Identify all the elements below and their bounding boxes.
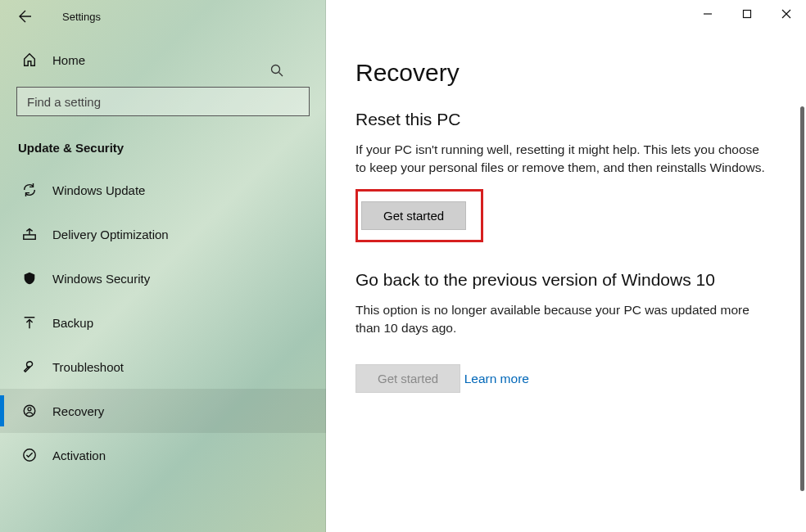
close-button[interactable] <box>767 0 806 28</box>
titlebar: Settings <box>0 0 326 33</box>
content-pane: Recovery Reset this PC If your PC isn't … <box>326 0 806 532</box>
nav-recovery[interactable]: Recovery <box>0 389 326 433</box>
svg-rect-2 <box>24 235 35 239</box>
settings-window: Settings Home Update & Security Windows … <box>0 0 806 532</box>
nav-label: Activation <box>52 449 106 462</box>
delivery-icon <box>18 227 41 241</box>
nav-label: Delivery Optimization <box>52 228 169 241</box>
scrollbar[interactable] <box>800 106 804 491</box>
goback-get-started-button: Get started <box>355 364 460 393</box>
shield-icon <box>18 271 41 286</box>
close-icon <box>781 9 791 19</box>
search-container <box>16 87 310 116</box>
activation-icon <box>18 448 41 462</box>
learn-more-link[interactable]: Learn more <box>464 372 529 386</box>
back-arrow-icon <box>19 10 32 23</box>
svg-point-4 <box>28 408 31 411</box>
svg-rect-7 <box>744 11 751 18</box>
sidebar-section-label: Update & Security <box>0 133 326 168</box>
nav-label: Windows Security <box>52 272 150 286</box>
sync-icon <box>18 183 41 197</box>
goback-section-text: This option is no longer available becau… <box>355 301 765 336</box>
back-button[interactable] <box>13 4 38 29</box>
sidebar-home[interactable]: Home <box>0 33 326 87</box>
minimize-icon <box>703 9 713 19</box>
reset-get-started-button[interactable]: Get started <box>361 201 466 230</box>
nav-delivery-optimization[interactable]: Delivery Optimization <box>0 212 326 256</box>
highlight-annotation: Get started <box>355 189 483 242</box>
nav-label: Windows Update <box>52 183 145 197</box>
nav-label: Recovery <box>52 404 104 418</box>
goback-section-title: Go back to the previous version of Windo… <box>355 270 785 290</box>
nav-windows-security[interactable]: Windows Security <box>0 256 326 300</box>
sidebar-home-label: Home <box>52 53 85 67</box>
nav-troubleshoot[interactable]: Troubleshoot <box>0 345 326 389</box>
window-title: Settings <box>62 11 101 23</box>
reset-section-title: Reset this PC <box>355 110 785 129</box>
search-input[interactable] <box>16 87 310 116</box>
sidebar: Settings Home Update & Security Windows … <box>0 0 326 532</box>
reset-section-text: If your PC isn't running well, resetting… <box>355 141 765 176</box>
maximize-button[interactable] <box>727 0 767 28</box>
sidebar-nav: Windows Update Delivery Optimization Win… <box>0 168 326 477</box>
page-title: Recovery <box>355 59 785 87</box>
minimize-button[interactable] <box>688 0 727 28</box>
nav-label: Troubleshoot <box>52 360 124 374</box>
nav-label: Backup <box>52 316 93 330</box>
recovery-icon <box>18 404 41 418</box>
wrench-icon <box>18 359 41 374</box>
window-controls <box>688 0 806 28</box>
nav-backup[interactable]: Backup <box>0 300 326 345</box>
backup-icon <box>18 315 41 330</box>
nav-activation[interactable]: Activation <box>0 433 326 477</box>
nav-windows-update[interactable]: Windows Update <box>0 168 326 212</box>
maximize-icon <box>742 9 752 19</box>
home-icon <box>18 52 41 67</box>
